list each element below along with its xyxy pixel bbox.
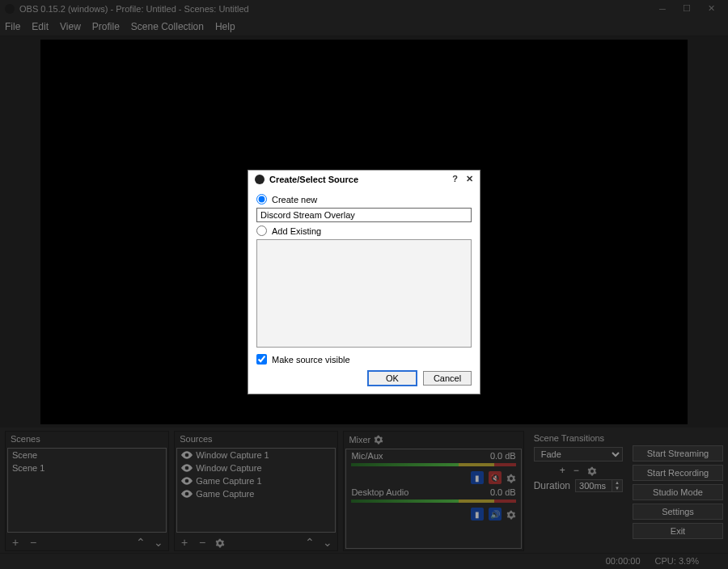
ok-button[interactable]: OK — [368, 371, 417, 386]
dialog-icon — [255, 175, 265, 184]
dialog-title: Create/Select Source — [269, 175, 358, 184]
source-name-input[interactable] — [256, 208, 472, 222]
make-visible-checkbox[interactable] — [256, 354, 267, 365]
modal-overlay: Create/Select Source ? ✕ Create new Add … — [0, 0, 728, 569]
add-existing-radio-row[interactable]: Add Existing — [256, 225, 472, 236]
add-existing-label: Add Existing — [272, 226, 321, 236]
make-visible-row[interactable]: Make source visible — [256, 354, 472, 365]
help-button[interactable]: ? — [452, 174, 458, 184]
create-new-label: Create new — [272, 195, 317, 204]
existing-sources-list[interactable] — [256, 239, 472, 348]
cancel-button[interactable]: Cancel — [423, 371, 472, 386]
make-visible-label: Make source visible — [272, 355, 350, 365]
add-existing-radio[interactable] — [256, 225, 267, 236]
create-new-radio[interactable] — [256, 194, 267, 204]
dialog-titlebar: Create/Select Source ? ✕ — [248, 171, 480, 188]
create-new-radio-row[interactable]: Create new — [256, 194, 472, 204]
dialog-close-button[interactable]: ✕ — [466, 174, 473, 184]
create-source-dialog: Create/Select Source ? ✕ Create new Add … — [248, 170, 480, 394]
